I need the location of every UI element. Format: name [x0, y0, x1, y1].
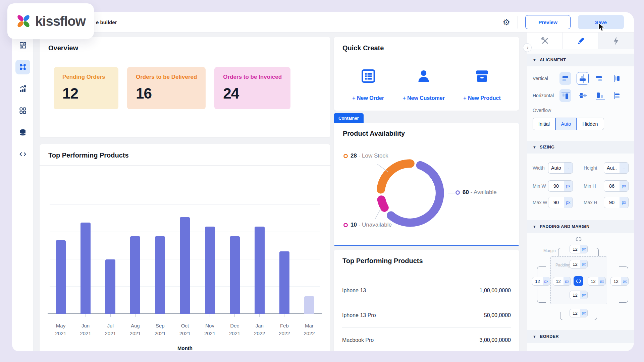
- stat-orders-invoiced[interactable]: Orders to be Invoiced 24: [214, 67, 290, 109]
- min-size-row: Min W 90 px Min H 86 px: [527, 180, 634, 192]
- kissflow-logo-card[interactable]: kissflow: [7, 3, 94, 39]
- new-customer-label: + New Customer: [402, 95, 445, 101]
- valign-stretch-button[interactable]: [611, 72, 623, 85]
- unlink-icon[interactable]: [575, 237, 582, 242]
- product-value: 1,00,00,0000: [480, 288, 511, 294]
- tab-actions[interactable]: [598, 33, 634, 49]
- product-name: Iphone 13: [342, 288, 366, 294]
- stat-orders-delivered[interactable]: Orders to be Delivered 16: [127, 67, 206, 109]
- overflow-row: Overflow: [527, 108, 634, 113]
- product-row-macbookpro[interactable]: Macbook Pro 3,00,00,0000: [342, 328, 511, 351]
- link-values-button[interactable]: [574, 276, 583, 286]
- padding-bottom-input[interactable]: 12 px: [570, 291, 588, 299]
- sidebar-item-apps[interactable]: [15, 103, 30, 118]
- height-label: Height: [584, 165, 601, 171]
- axis-label-feb-2022: Feb2022: [274, 314, 295, 338]
- overview-title: Overview: [48, 44, 78, 52]
- valign-middle-button[interactable]: [577, 72, 589, 85]
- sizing-section-header[interactable]: ▼ SIZING: [527, 141, 634, 154]
- bracket: [587, 248, 599, 256]
- width-unit-dropdown[interactable]: -: [564, 163, 573, 173]
- height-unit-dropdown[interactable]: -: [620, 163, 628, 173]
- container-selection-tag[interactable]: Container: [334, 113, 364, 123]
- bar-oct-2021[interactable]: [174, 168, 195, 314]
- min-w-input[interactable]: 90 px: [548, 180, 573, 192]
- sidebar-item-analytics[interactable]: [15, 81, 30, 96]
- vertical-label: Vertical: [533, 76, 559, 81]
- bar-may-2021[interactable]: [50, 168, 71, 314]
- tab-style[interactable]: [563, 33, 598, 49]
- new-product-action[interactable]: + New Product: [463, 68, 501, 101]
- padding-left-input[interactable]: 12 px: [553, 277, 571, 286]
- bar-chart-axis: May2021Jun2021Jul2021Aug2021Sep2021Oct20…: [50, 314, 320, 338]
- bar-mar-2022[interactable]: [299, 168, 320, 314]
- bar-jan-2022[interactable]: [249, 168, 270, 314]
- preview-button[interactable]: Preview: [525, 15, 571, 29]
- padding-top-input[interactable]: 12 px: [570, 260, 588, 268]
- product-list-title: Top Performing Products: [342, 257, 423, 264]
- top-products-list-card[interactable]: Top Performing Products Iphone 13 1,00,0…: [334, 250, 519, 351]
- bar-nov-2021[interactable]: [200, 168, 220, 314]
- product-row-iphone13pro[interactable]: Iphone 13 Pro 50,00,0000: [342, 303, 511, 328]
- spacing-section-header[interactable]: ▼ PADDING AND MARGIN: [527, 220, 634, 233]
- overflow-auto-option[interactable]: Auto: [555, 118, 577, 130]
- valign-top-button[interactable]: [559, 72, 572, 85]
- vertical-alignment-row: Vertical: [527, 72, 634, 85]
- halign-left-button[interactable]: [559, 89, 572, 102]
- bar-chart-card[interactable]: Top Performing Products May2021Jun2021Ju…: [40, 144, 330, 351]
- min-h-input[interactable]: 86 px: [604, 180, 629, 192]
- halign-center-button[interactable]: [577, 89, 589, 102]
- tab-configure[interactable]: [527, 33, 563, 49]
- halign-right-button[interactable]: [594, 89, 606, 102]
- bar-feb-2022[interactable]: [274, 168, 295, 314]
- overview-card[interactable]: Overview Pending Orders 12 Orders to be …: [40, 37, 330, 137]
- new-order-action[interactable]: + New Order: [352, 68, 384, 101]
- product-value: 3,00,00,0000: [480, 337, 511, 343]
- max-h-input[interactable]: 90 px: [604, 197, 629, 208]
- unavailable-ring-icon: [343, 223, 348, 227]
- sidebar-item-code[interactable]: [15, 147, 30, 162]
- product-row-iphone13[interactable]: Iphone 13 1,00,00,0000: [342, 278, 511, 303]
- height-input[interactable]: Aut.. -: [604, 162, 629, 174]
- sidebar-item-widgets[interactable]: [15, 60, 30, 74]
- margin-right-input[interactable]: 12 px: [610, 277, 629, 286]
- border-section-header[interactable]: ▼ BORDER: [527, 330, 634, 343]
- axis-label-nov-2021: Nov2021: [200, 314, 220, 338]
- new-customer-action[interactable]: + New Customer: [402, 68, 445, 101]
- overflow-hidden-option[interactable]: Hidden: [577, 118, 604, 130]
- bar-sep-2021[interactable]: [150, 168, 170, 314]
- width-input[interactable]: Auto -: [548, 162, 573, 174]
- panel-collapse-handle[interactable]: ›: [523, 43, 532, 52]
- margin-top-input[interactable]: 12 px: [570, 245, 588, 253]
- padding-right-input[interactable]: 12 px: [588, 277, 606, 286]
- margin-bottom-input[interactable]: 12 px: [570, 309, 588, 317]
- product-availability-container[interactable]: Product Availability 28 - Low Stock 60 -…: [334, 123, 519, 246]
- max-w-input[interactable]: 90 px: [548, 197, 573, 208]
- axis-label-may-2021: May2021: [50, 314, 71, 338]
- new-order-label: + New Order: [352, 95, 384, 101]
- product-name: Macbook Pro: [342, 337, 374, 343]
- left-sidebar: [12, 33, 34, 351]
- overflow-initial-option[interactable]: Initial: [533, 118, 555, 130]
- valign-bottom-button[interactable]: [594, 72, 606, 85]
- bar-jul-2021[interactable]: [100, 168, 121, 314]
- alignment-section-header[interactable]: ▼ ALIGNMENT: [527, 54, 634, 66]
- sidebar-item-layout[interactable]: [15, 38, 30, 53]
- mouse-cursor: [598, 23, 606, 32]
- quick-create-card[interactable]: Quick Create + New Order: [334, 37, 519, 111]
- product-value: 50,00,0000: [484, 312, 511, 318]
- margin-left-input[interactable]: 12 px: [532, 277, 550, 286]
- padding-caption: Padding: [555, 263, 570, 267]
- bar-dec-2021[interactable]: [224, 168, 245, 314]
- kissflow-logo-text: kissflow: [35, 14, 86, 29]
- bar-jun-2021[interactable]: [75, 168, 96, 314]
- gear-icon[interactable]: ⚙: [503, 18, 510, 26]
- sidebar-item-database[interactable]: [15, 125, 30, 140]
- halign-stretch-button[interactable]: [611, 89, 623, 102]
- stat-pending-orders[interactable]: Pending Orders 12: [54, 67, 118, 109]
- axis-label-mar-2022: Mar2022: [299, 314, 320, 338]
- stat-value: 24: [223, 85, 282, 102]
- widgets-flow-icon: [19, 63, 27, 71]
- width-height-row: Width Auto - Height Aut.. -: [527, 162, 634, 174]
- bar-aug-2021[interactable]: [125, 168, 146, 314]
